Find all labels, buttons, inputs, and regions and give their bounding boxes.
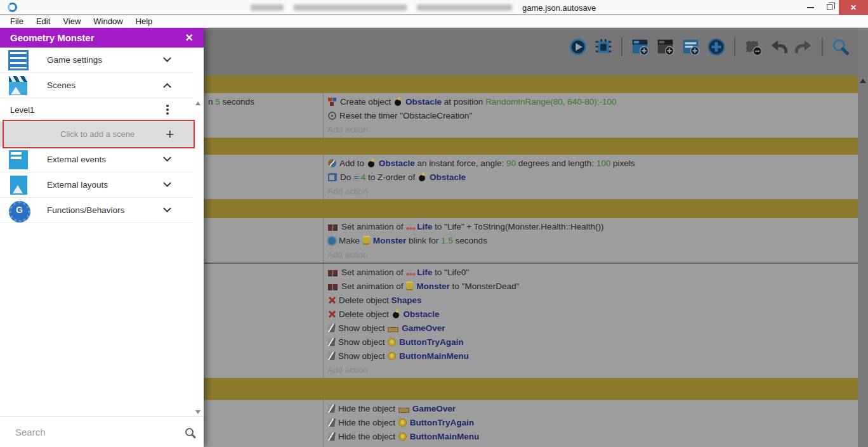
window-title-text: game.json.autosave [522, 3, 596, 13]
toolbar-separator [621, 37, 622, 56]
kebab-menu-icon[interactable] [166, 105, 169, 107]
event-row[interactable]: Add to Obstacle an instant force, angle:… [204, 155, 858, 199]
button-icon [388, 338, 396, 346]
sidebar-item-label: Functions/Behaviors [47, 205, 164, 215]
animation-icon [328, 224, 338, 231]
delete-event-icon [744, 37, 763, 56]
add-action-button[interactable]: Add action [327, 444, 858, 447]
add-scene-button[interactable]: Click to add a scene+ [0, 122, 194, 147]
toolbar-debug-button[interactable] [593, 36, 614, 58]
event-row[interactable]: Set animation of Life to "Life0"Set anim… [204, 264, 858, 378]
comment-row[interactable] [204, 75, 858, 93]
add-action-button[interactable]: Add action [327, 248, 858, 261]
action-row[interactable]: Create object Obstacle at position Rando… [327, 95, 858, 109]
sidebar-item-game-settings[interactable]: Game settings [0, 48, 194, 73]
animation-icon [328, 283, 338, 290]
monster-icon [363, 236, 370, 245]
comment-row[interactable] [204, 138, 858, 155]
redacted-title-segment [251, 4, 284, 11]
action-row[interactable]: Show object ButtonTryAgain [327, 335, 858, 349]
minimize-button[interactable] [801, 0, 820, 15]
search-input[interactable] [15, 427, 185, 437]
action-row[interactable]: Do = 4 to Z-order of Obstacle [327, 171, 858, 185]
action-row[interactable]: Hide the object ButtonMainMenu [327, 430, 858, 444]
bomb-icon [394, 97, 402, 106]
scroll-up-arrow-icon[interactable] [195, 101, 201, 105]
scenes-icon [8, 75, 29, 96]
toolbar-add-event-button[interactable] [629, 36, 651, 58]
project-title: Geometry Monster [10, 32, 95, 43]
play-icon [569, 37, 588, 56]
menu-window[interactable]: Window [87, 16, 129, 26]
scroll-up-arrow-icon[interactable] [860, 79, 866, 83]
project-manager-drawer: Geometry Monster ✕ Game settingsScenesLe… [0, 28, 204, 447]
delete-icon [328, 296, 336, 304]
close-drawer-icon[interactable]: ✕ [185, 32, 194, 44]
toolbar-redo-button[interactable] [793, 36, 815, 58]
gameover-icon [388, 327, 398, 332]
add-action-button[interactable]: Add action [327, 185, 858, 198]
conditions-column [204, 400, 324, 447]
redacted-title-segment [417, 4, 512, 11]
action-row[interactable]: Show object ButtonMainMenu [327, 349, 858, 363]
search-icon[interactable] [185, 428, 194, 436]
menu-bar: FileEditViewWindowHelp [0, 15, 868, 28]
toolbar-undo-button[interactable] [768, 36, 789, 58]
scroll-down-arrow-icon[interactable] [195, 410, 201, 414]
action-row[interactable]: Make Monster blink for 1.5 seconds [327, 234, 858, 248]
action-row[interactable]: Reset the timer "ObstacleCreation" [327, 109, 858, 123]
add-action-button[interactable]: Add action [327, 363, 858, 377]
visibility-icon [327, 405, 336, 413]
scene-item-level1[interactable]: Level1 [0, 98, 194, 122]
condition-row[interactable]: n 5 seconds [208, 95, 323, 109]
search-bar [0, 416, 204, 447]
sidebar-item-external-layouts[interactable]: External layouts [0, 172, 194, 198]
bomb-icon [418, 172, 426, 181]
add-action-button[interactable]: Add action [327, 123, 858, 136]
add-comment-icon [681, 37, 700, 56]
comment-row[interactable] [204, 378, 858, 400]
action-row[interactable]: Hide the object ButtonTryAgain [327, 416, 858, 430]
project-items-list: Game settingsScenesLevel1Click to add a … [0, 48, 204, 223]
gameover-icon [398, 408, 409, 413]
event-row[interactable]: Set animation of Life to "Life" + ToStri… [204, 218, 858, 262]
debug-icon [594, 37, 613, 56]
event-row[interactable]: n 5 secondsCreate object Obstacle at pos… [204, 93, 858, 138]
menu-file[interactable]: File [4, 16, 30, 26]
chevron-down-icon [163, 54, 171, 62]
toolbar-add-subevent-button[interactable] [655, 36, 676, 58]
menu-edit[interactable]: Edit [30, 16, 56, 26]
toolbar-add-circle-button[interactable] [706, 36, 727, 58]
action-row[interactable]: Set animation of Life to "Life0" [327, 266, 858, 280]
sidebar-item-external-events[interactable]: External events [0, 147, 194, 172]
action-row[interactable]: Delete object Obstacle [327, 308, 858, 321]
action-row[interactable]: Set animation of Monster to "MonsterDead… [327, 280, 858, 294]
chevron-down-icon [163, 179, 171, 187]
toolbar-play-button[interactable] [567, 36, 589, 58]
event-row[interactable]: Hide the object GameOverHide the object … [204, 400, 858, 447]
sidebar-item-functions-behaviors[interactable]: Functions/Behaviors [0, 198, 194, 223]
scene-item-label: Level1 [10, 105, 166, 115]
action-row[interactable]: Delete object Shapes [327, 294, 858, 308]
sidebar-item-scenes[interactable]: Scenes [0, 73, 194, 98]
action-row[interactable]: Show object GameOver [327, 321, 858, 335]
redo-icon [794, 37, 813, 56]
menu-help[interactable]: Help [129, 16, 159, 26]
add-scene-label: Click to add a scene [10, 129, 166, 139]
action-row[interactable]: Set animation of Life to "Life" + ToStri… [327, 220, 858, 234]
drawer-scrollbar[interactable] [194, 72, 202, 415]
close-button[interactable]: ✕ [839, 0, 868, 15]
window-titlebar: game.json.autosave ✕ [0, 0, 868, 15]
toolbar-delete-event-button[interactable] [742, 36, 764, 58]
action-row[interactable]: Add to Obstacle an instant force, angle:… [327, 157, 858, 171]
maximize-button[interactable] [820, 0, 839, 15]
menu-view[interactable]: View [56, 16, 87, 26]
action-row[interactable]: Hide the object GameOver [327, 402, 858, 416]
button-icon [398, 418, 407, 427]
main-scrollbar[interactable] [858, 28, 868, 447]
comment-row[interactable] [204, 199, 858, 218]
visibility-icon [327, 418, 336, 427]
toolbar-add-comment-button[interactable] [680, 36, 702, 58]
toolbar-search-button[interactable] [830, 36, 852, 58]
events-toolbar [567, 33, 852, 61]
